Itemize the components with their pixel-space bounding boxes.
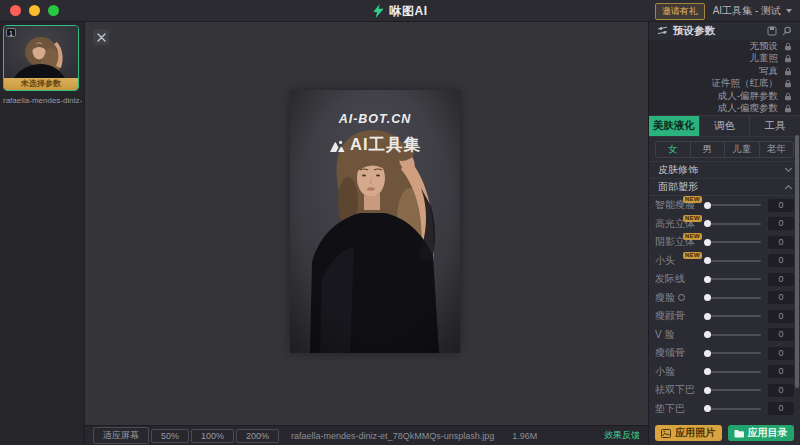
feedback-link[interactable]: 效果反馈 [604, 429, 640, 442]
slider-track[interactable] [705, 408, 761, 410]
slider-value[interactable]: 0 [768, 365, 794, 378]
tab-beauty-liquify[interactable]: 美肤液化 [649, 116, 700, 136]
statusbar: 适应屏幕 50% 100% 200% rafaella-mendes-diniz… [85, 425, 648, 445]
slider-row-slim-jawbone: 瘦颌骨0 [649, 344, 800, 363]
preset-list: 无预设 儿童照 写真 证件照（红底） 成人-偏胖参数 成人-偏瘦参数 [649, 40, 800, 115]
gender-tab-male[interactable]: 男 [691, 142, 726, 157]
close-image-button[interactable] [93, 29, 109, 45]
folder-icon [734, 429, 744, 438]
gender-tab-female[interactable]: 女 [656, 142, 691, 157]
slider-handle[interactable] [704, 331, 711, 338]
preset-item[interactable]: 无预设 [649, 40, 800, 53]
slider-handle[interactable] [704, 387, 711, 394]
editing-photo[interactable]: AI-BOT.CN AI工具集 [290, 90, 460, 353]
slider-label: 垫下巴 [655, 402, 705, 416]
slider-value[interactable]: 0 [768, 402, 794, 415]
gender-tab-elder[interactable]: 老年 [760, 142, 794, 157]
slider-value[interactable]: 0 [768, 236, 794, 249]
apply-photo-button[interactable]: 应用照片 [655, 425, 722, 441]
preset-header: 预设参数 [649, 22, 800, 40]
chevron-down-icon [786, 9, 792, 13]
slider-handle[interactable] [704, 313, 711, 320]
slider-handle[interactable] [704, 239, 711, 246]
invite-button[interactable]: 邀请有礼 [655, 3, 705, 20]
info-icon[interactable] [678, 294, 685, 301]
slider-value[interactable]: 0 [768, 217, 794, 230]
slider-row-small-face: 小脸0 [649, 363, 800, 382]
slider-value[interactable]: 0 [768, 273, 794, 286]
slider-track[interactable] [705, 278, 761, 280]
gender-tabs: 女 男 儿童 老年 [655, 141, 794, 158]
chevron-up-icon [785, 185, 792, 192]
slider-handle[interactable] [704, 368, 711, 375]
zoom-200-button[interactable]: 200% [236, 429, 279, 443]
slider-label: 瘦脸 [655, 291, 705, 305]
slider-track[interactable] [705, 241, 761, 243]
maximize-window-button[interactable] [48, 5, 59, 16]
slider-track[interactable] [705, 204, 761, 206]
portrait-image [290, 90, 460, 353]
section-face-shaping[interactable]: 面部塑形 [649, 178, 800, 195]
preset-item[interactable]: 成人-偏胖参数 [649, 90, 800, 103]
slider-handle[interactable] [704, 257, 711, 264]
slider-handle[interactable] [704, 405, 711, 412]
slider-track[interactable] [705, 334, 761, 336]
save-preset-icon[interactable] [767, 26, 777, 36]
tab-tools[interactable]: 工具 [750, 116, 800, 136]
slider-handle[interactable] [704, 276, 711, 283]
slider-handle[interactable] [704, 350, 711, 357]
slider-handle[interactable] [704, 202, 711, 209]
search-icon[interactable] [782, 26, 792, 36]
slider-track[interactable] [705, 371, 761, 373]
zoom-100-button[interactable]: 100% [191, 429, 234, 443]
slider-label: 发际线 [655, 272, 705, 286]
tune-icon [657, 26, 668, 36]
new-badge: NEW [683, 215, 702, 222]
slider-row-remove-double-chin: 祛双下巴0 [649, 381, 800, 400]
slider-track[interactable] [705, 297, 761, 299]
preset-item[interactable]: 写真 [649, 65, 800, 78]
preset-label: 证件照（红底） [712, 77, 779, 90]
slider-value[interactable]: 0 [768, 328, 794, 341]
slider-value[interactable]: 0 [768, 199, 794, 212]
watermark-brand-text: AI工具集 [350, 134, 421, 156]
fit-screen-button[interactable]: 适应屏幕 [93, 427, 149, 444]
panel-scrollbar[interactable] [795, 135, 799, 388]
close-window-button[interactable] [10, 5, 21, 16]
tab-color-grading[interactable]: 调色 [700, 116, 751, 136]
slider-value[interactable]: 0 [768, 384, 794, 397]
slider-label: 祛双下巴 [655, 383, 705, 397]
thumbnail-status-badge: 未选择参数 [4, 78, 78, 90]
slider-value[interactable]: 0 [768, 310, 794, 323]
section-skin-retouch[interactable]: 皮肤修饰 [649, 161, 800, 178]
sidebar: 1 未选择参数 rafaella-mendes-diniz-... [0, 22, 85, 445]
preset-label: 无预设 [750, 40, 779, 53]
new-badge: NEW [683, 252, 702, 259]
workspace-selector[interactable]: AI工具集 - 测试 [713, 4, 792, 18]
lock-icon [784, 54, 792, 63]
preset-label: 成人-偏瘦参数 [718, 102, 778, 115]
preset-item[interactable]: 成人-偏瘦参数 [649, 103, 800, 116]
slider-row-shadow-depth: 阴影立体NEW0 [649, 233, 800, 252]
apply-folder-button[interactable]: 应用目录 [728, 425, 795, 441]
minimize-window-button[interactable] [29, 5, 40, 16]
slider-value[interactable]: 0 [768, 291, 794, 304]
preset-item[interactable]: 儿童照 [649, 53, 800, 66]
slider-track[interactable] [705, 223, 761, 225]
slider-value[interactable]: 0 [768, 254, 794, 267]
slider-track[interactable] [705, 389, 761, 391]
gender-tab-child[interactable]: 儿童 [725, 142, 760, 157]
photo-thumbnail[interactable]: 1 未选择参数 [3, 25, 79, 91]
lock-icon [784, 104, 792, 113]
preset-label: 儿童照 [750, 52, 779, 65]
zoom-50-button[interactable]: 50% [151, 429, 189, 443]
slider-handle[interactable] [704, 220, 711, 227]
slider-row-small-head: 小头NEW0 [649, 252, 800, 271]
slider-handle[interactable] [704, 294, 711, 301]
slider-track[interactable] [705, 260, 761, 262]
preset-item[interactable]: 证件照（红底） [649, 78, 800, 91]
slider-track[interactable] [705, 352, 761, 354]
lock-icon [784, 67, 792, 76]
slider-value[interactable]: 0 [768, 347, 794, 360]
slider-track[interactable] [705, 315, 761, 317]
